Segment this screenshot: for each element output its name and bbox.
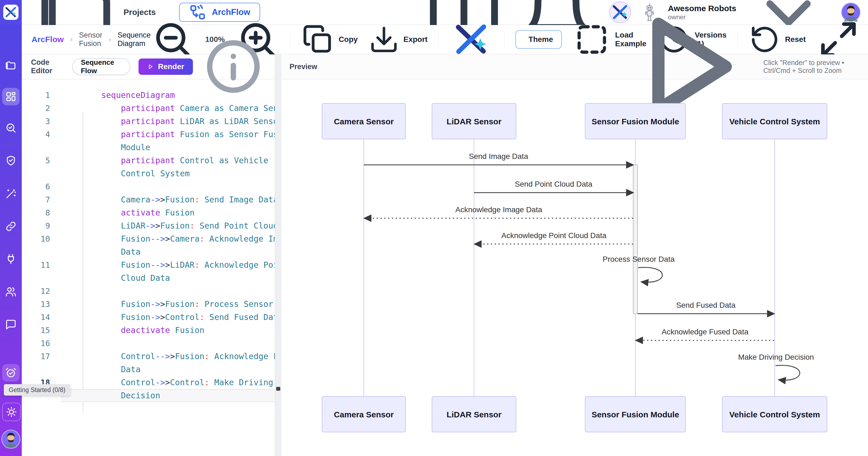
line-number: 9 — [22, 219, 50, 232]
code-text: Data — [101, 363, 141, 376]
wand-icon — [5, 188, 17, 200]
code-text: Fusion-->>Camera: Acknowledge Image — [101, 232, 275, 245]
code-line: 7 Camera->>Fusion: Send Image Data — [22, 193, 275, 206]
alarm-check-icon — [5, 367, 17, 378]
line-number: 1 — [22, 89, 50, 102]
line-number: 13 — [22, 298, 50, 311]
line-number: 5 — [22, 154, 50, 167]
code-text: Control-->>Fusion: Acknowledge Fused — [101, 350, 275, 363]
self-message-arrow — [638, 268, 662, 282]
participant-label: Vehicle Control System — [729, 117, 820, 126]
sidebar-item-team[interactable] — [2, 283, 20, 300]
code-text: sequenceDiagram — [101, 89, 175, 102]
breadcrumb: ArcFlow › Sensor Fusion › Sequence Diagr… — [32, 31, 151, 48]
breadcrumb-root[interactable]: ArcFlow — [32, 35, 64, 44]
theme-label: Theme — [528, 35, 553, 44]
folder-icon — [5, 60, 17, 71]
breadcrumb-project[interactable]: Sensor Fusion — [79, 31, 102, 48]
line-number: 16 — [22, 337, 50, 350]
code-line: 1sequenceDiagram — [22, 89, 275, 102]
shield-check-icon — [5, 155, 17, 166]
code-line: 4 participant Fusion as Sensor Fusion — [22, 128, 275, 141]
render-button[interactable]: Render — [138, 59, 193, 75]
sidebar-item-chat[interactable] — [2, 315, 20, 333]
export-button[interactable]: Export — [369, 24, 428, 55]
sidebar-item-getting-started[interactable] — [2, 364, 20, 382]
message-label: Acknowledge Image Data — [455, 205, 542, 214]
code-text: Control System — [101, 167, 190, 180]
editor-header: Code Editor Sequence Flow Render — [22, 54, 275, 80]
code-line: Data — [22, 363, 275, 376]
app-logo-mark — [3, 5, 19, 20]
participant-label: Vehicle Control System — [729, 410, 820, 419]
code-text: Control->>Control: Make Driving — [101, 376, 273, 389]
participant-label: Camera Sensor — [334, 410, 394, 419]
code-line: 11 Fusion-->>LiDAR: Acknowledge Point — [22, 259, 275, 272]
editor-title: Code Editor — [31, 58, 64, 75]
sidebar-item-integrations[interactable] — [2, 250, 20, 268]
code-line: 2 participant Camera as Camera Sensor — [22, 102, 275, 115]
code-line: 12 — [22, 284, 275, 298]
code-text: Module — [101, 141, 151, 154]
sidebar-item-links[interactable] — [2, 218, 20, 235]
app-logo[interactable] — [0, 0, 22, 25]
line-number: 2 — [22, 102, 50, 115]
line-number: 14 — [22, 311, 50, 324]
sidebar-item-theme-toggle[interactable] — [2, 403, 21, 421]
line-number: 6 — [22, 180, 50, 193]
sequence-diagram[interactable]: Camera SensorLiDAR SensorSensor Fusion M… — [281, 80, 868, 456]
editor-scrollbar — [275, 54, 281, 456]
line-number: 4 — [22, 128, 50, 141]
message-label: Send Image Data — [469, 152, 528, 160]
code-editor[interactable]: 1sequenceDiagram2 participant Camera as … — [22, 80, 275, 456]
code-line: Control System — [22, 167, 275, 180]
message-label: Make Driving Decision — [738, 353, 814, 361]
code-text: activate Fusion — [101, 206, 194, 219]
theme-button[interactable]: Theme — [515, 30, 562, 49]
code-text: deactivate Fusion — [101, 324, 204, 337]
code-line: Cloud Data — [22, 272, 275, 284]
sidebar-item-boards[interactable] — [2, 88, 20, 105]
line-number: 11 — [22, 259, 50, 272]
message-label: Process Sensor Data — [603, 255, 675, 263]
sidebar-item-projects[interactable] — [2, 57, 20, 74]
copy-button[interactable]: Copy — [302, 23, 358, 56]
render-label: Render — [158, 62, 184, 71]
code-text: Fusion->>Fusion: Process Sensor Data — [101, 298, 275, 311]
editor-scrollbar-thumb[interactable] — [276, 387, 280, 391]
code-text: Fusion->>Control: Send Fused Data — [101, 311, 275, 324]
activation-bar — [633, 165, 638, 314]
code-line: Data — [22, 245, 275, 259]
export-label: Export — [404, 35, 428, 44]
breadcrumb-separator: › — [70, 36, 72, 43]
code-line: 5 participant Control as Vehicle — [22, 154, 275, 167]
copy-label: Copy — [339, 35, 358, 44]
code-text: participant Camera as Camera Sensor — [101, 102, 275, 115]
message-label: Send Point Cloud Data — [515, 180, 592, 188]
participant-label: LiDAR Sensor — [446, 410, 501, 419]
code-text: Camera->>Fusion: Send Image Data — [101, 193, 275, 206]
preview-title: Preview — [289, 63, 317, 71]
sidebar-avatar[interactable] — [1, 429, 21, 449]
line-number: 8 — [22, 206, 50, 219]
code-text: participant LiDAR as LiDAR Sensor — [101, 115, 275, 128]
sidebar-item-magic-tools[interactable] — [2, 185, 20, 203]
message-label: Send Fused Data — [676, 301, 736, 309]
sidebar-item-search[interactable] — [2, 119, 20, 136]
divider — [504, 32, 504, 47]
code-line: 9 LiDAR->>Fusion: Send Point Cloud Data — [22, 219, 275, 232]
blocks-icon — [5, 91, 17, 102]
code-line: Module — [22, 141, 275, 154]
divider — [438, 32, 439, 47]
line-number: 7 — [22, 193, 50, 206]
participant-label: Sensor Fusion Module — [592, 410, 679, 419]
nav-archflow-label: ArchFlow — [212, 7, 250, 17]
code-line: 6 — [22, 180, 275, 193]
code-text: Fusion-->>LiDAR: Acknowledge Point — [101, 259, 275, 272]
sidebar-item-security[interactable] — [2, 152, 20, 169]
app-window: Getting Started (0/8) Projects ArchFlow … — [0, 0, 868, 456]
participant-label: Camera Sensor — [334, 117, 394, 126]
mode-pill[interactable]: Sequence Flow — [72, 58, 130, 75]
message-label: Acknowledge Point Cloud Data — [501, 231, 606, 240]
line-number: 15 — [22, 324, 50, 337]
